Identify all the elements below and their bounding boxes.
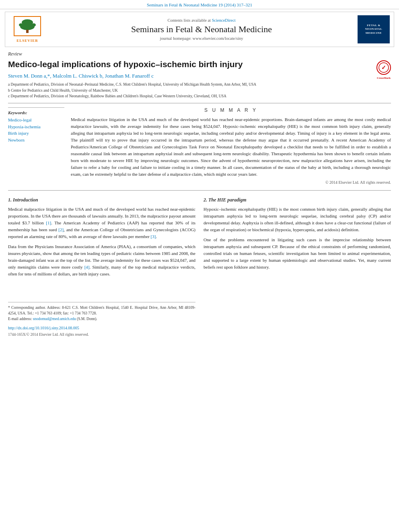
cite-1: [1] xyxy=(46,220,51,225)
authors-line: Steven M. Donn a,*, Malcolm L. Chiswick … xyxy=(8,73,391,79)
svg-point-4 xyxy=(19,23,23,27)
affiliations: a Department of Pediatrics, Division of … xyxy=(8,82,391,99)
email-address[interactable]: snodomud@med.umich.edu xyxy=(33,317,76,321)
body-section: 1. Introduction Medical malpractice liti… xyxy=(8,196,391,337)
crossmark-icon[interactable]: ✓ CrossMark xyxy=(376,60,391,75)
review-label: Review xyxy=(8,51,391,57)
journal-title: Seminars in Fetal & Neonatal Medicine xyxy=(45,24,358,35)
contents-available-line: Contents lists available at ScienceDirec… xyxy=(45,18,358,23)
journal-header: ELSEVIER Contents lists available at Sci… xyxy=(5,12,394,47)
svg-point-5 xyxy=(32,23,36,27)
summary-section: Keywords: Medico-legal Hypoxia-ischemia … xyxy=(8,107,391,185)
contents-text: Contents lists available at xyxy=(167,18,212,23)
divider-2 xyxy=(8,190,391,191)
affiliation-b: b Centre for Pediatrics and Child Health… xyxy=(8,88,391,93)
keyword-1: Medico-legal xyxy=(8,117,64,123)
keywords-box: Keywords: Medico-legal Hypoxia-ischemia … xyxy=(8,107,64,185)
hie-heading: 2. The HIE paradigm xyxy=(204,196,391,204)
journal-citation-bar: Seminars in Fetal & Neonatal Medicine 19… xyxy=(0,0,399,9)
intro-para-1: Medical malpractice litigation in the US… xyxy=(8,206,195,240)
article-content: Review ✓ CrossMark Medico-legal implicat… xyxy=(8,51,391,338)
keyword-4: Newborn xyxy=(8,137,64,144)
email-label: E-mail address: xyxy=(8,317,33,321)
corresponding-footnote: * Corresponding author. Address: 8-621 C… xyxy=(8,305,195,316)
keyword-2: Hypoxia-ischemia xyxy=(8,123,64,130)
journal-center-info: Contents lists available at ScienceDirec… xyxy=(45,18,358,41)
elsevier-tree-icon xyxy=(17,18,38,34)
affiliation-a: a Department of Pediatrics, Division of … xyxy=(8,82,391,87)
fetal-logo-text: FETAL & NEONATAL MEDICINE xyxy=(359,24,388,35)
cite-3: [3] xyxy=(151,234,156,239)
summary-text: Medical malpractice litigation in the US… xyxy=(71,116,391,178)
hie-para-1: Hypoxic–ischemic encephalopathy (HIE) is… xyxy=(204,206,391,233)
issn-line: 1744-165X/© 2014 Elsevier Ltd. All right… xyxy=(8,332,195,337)
journal-citation-text: Seminars in Fetal & Neonatal Medicine 19… xyxy=(147,2,252,7)
summary-title: S U M M A R Y xyxy=(71,107,391,113)
hie-para-2: One of the problems encountered in litig… xyxy=(204,236,391,271)
affiliation-c: c Department of Pediatrics, Division of … xyxy=(8,93,391,99)
email-suffix: (S.M. Donn). xyxy=(76,317,97,321)
elsevier-logo-box xyxy=(14,16,41,36)
copyright-line: © 2014 Elsevier Ltd. All rights reserved… xyxy=(71,180,391,185)
keyword-3: Birth injury xyxy=(8,130,64,137)
cite-2: [2] xyxy=(58,227,64,232)
footnotes-area: * Corresponding author. Address: 8-621 C… xyxy=(8,302,195,338)
article-title: Medico-legal implications of hypoxic–isc… xyxy=(8,59,391,70)
right-column: 2. The HIE paradigm Hypoxic–ischemic enc… xyxy=(204,196,391,337)
summary-box: S U M M A R Y Medical malpractice litiga… xyxy=(71,107,391,185)
fetal-neonatal-logo: FETAL & NEONATAL MEDICINE xyxy=(358,15,390,43)
sciencedirect-link[interactable]: ScienceDirect xyxy=(212,18,236,23)
intro-para-2: Data from the Physicians Insurance Assoc… xyxy=(8,243,195,277)
elsevier-label: ELSEVIER xyxy=(9,39,45,43)
fetal-logo-box: FETAL & NEONATAL MEDICINE xyxy=(358,15,390,43)
left-column: 1. Introduction Medical malpractice liti… xyxy=(8,196,195,337)
svg-text:✓: ✓ xyxy=(381,65,386,71)
journal-homepage: journal homepage: www.elsevier.com/locat… xyxy=(45,36,358,41)
cite-4: [4] xyxy=(84,265,90,269)
email-footnote: E-mail address: snodomud@med.umich.edu (… xyxy=(8,316,195,322)
doi-line[interactable]: http://dx.doi.org/10.1016/j.siny.2014.08… xyxy=(8,325,195,331)
elsevier-logo-area: ELSEVIER xyxy=(9,16,45,43)
svg-rect-3 xyxy=(26,30,29,33)
divider-1 xyxy=(8,103,391,103)
keywords-title: Keywords: xyxy=(8,110,64,115)
intro-heading: 1. Introduction xyxy=(8,196,195,204)
